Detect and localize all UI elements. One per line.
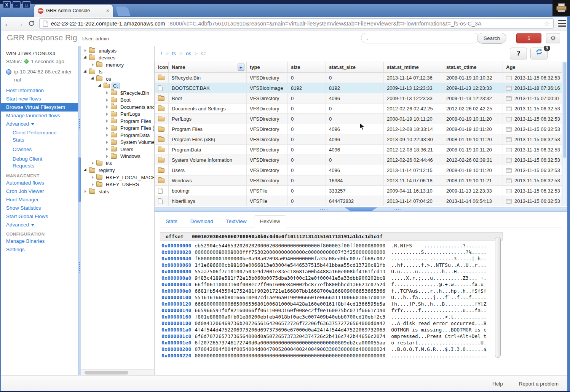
tab-hexview[interactable]: HexView — [254, 215, 286, 228]
tree-node-label[interactable]: HKEY_USERS — [104, 181, 141, 188]
tree-node-label[interactable]: $Recycle.Bin — [119, 90, 151, 96]
sidebar-splitter[interactable] — [78, 46, 81, 375]
settings-gear-button[interactable]: ⚙ — [546, 33, 560, 43]
tree-node-label[interactable]: devices — [97, 54, 117, 61]
cell-name[interactable]: System Volume Information — [169, 155, 247, 165]
column-header-type[interactable]: type — [247, 62, 288, 73]
tree-node-devices[interactable]: devices — [81, 54, 154, 62]
collapse-arrow-icon[interactable] — [83, 57, 88, 59]
file-row-recycle-bin[interactable]: $Recycle.BinVFSDirectory002013-11-14 07:… — [155, 73, 562, 83]
help-button[interactable]: ? — [510, 48, 527, 59]
tree-node-documents-and-settings[interactable]: Documents and Settings — [81, 104, 154, 111]
tree-node-fs[interactable]: fs — [81, 69, 154, 76]
expand-arrow-icon[interactable] — [104, 113, 110, 116]
tree-node-label[interactable]: Users — [119, 146, 135, 153]
sidebar-item-show-statistics[interactable]: Show Statistics — [0, 204, 78, 212]
column-header-icon[interactable]: Icon — [155, 62, 169, 73]
sidebar-item-hunt-manager[interactable]: Hunt Manager — [0, 196, 78, 204]
expand-arrow-icon[interactable] — [90, 183, 96, 186]
cell-name[interactable]: Documents and Settings — [169, 104, 247, 114]
tree-node-system-volume-information[interactable]: System Volume Information — [81, 139, 154, 146]
splitter-handle[interactable] — [345, 207, 377, 211]
splitter-grip-icon[interactable] — [319, 209, 329, 211]
tree-node-os[interactable]: os — [81, 75, 154, 83]
tree-node-programdata[interactable]: ProgramData — [81, 132, 154, 139]
report-problem-link[interactable]: Report a problem — [519, 381, 559, 387]
tree-node-label[interactable]: registry — [97, 167, 117, 174]
sidebar-item-advanced[interactable]: Advanced — [0, 120, 78, 128]
tree-node-windows[interactable]: Windows — [81, 153, 154, 160]
collapse-arrow-icon[interactable] — [90, 78, 96, 80]
tree-node-label[interactable]: fs — [97, 69, 104, 75]
sidebar-item-client-performance-stats[interactable]: Client Performance Stats — [0, 128, 68, 145]
tree-node-label[interactable]: memory — [104, 62, 125, 68]
sidebar-item-manage-launched-flows[interactable]: Manage launched flows — [0, 112, 78, 120]
window-maximize-button[interactable]: □ — [22, 1, 30, 8]
collapse-arrow-icon[interactable] — [97, 85, 103, 87]
cell-name[interactable]: Program Files — [169, 124, 247, 134]
horizontal-splitter[interactable] — [155, 207, 567, 212]
column-header-stat-st-ctime[interactable]: stat.st_ctime — [443, 62, 503, 73]
sidebar-item-advanced[interactable]: Advanced — [0, 221, 78, 229]
sidebar-item-settings[interactable]: Settings — [0, 245, 78, 254]
cell-name[interactable]: Boot — [169, 93, 247, 104]
tree-hscrollbar-thumb[interactable] — [85, 371, 128, 374]
tab-close-icon[interactable]: × — [106, 8, 109, 13]
tree-node-label[interactable]: Program Files — [119, 118, 153, 124]
table-vscrollbar-thumb[interactable] — [563, 62, 566, 158]
tree-node-registry[interactable]: registry — [81, 167, 154, 174]
tab-stats[interactable]: Stats — [160, 216, 183, 228]
cell-name[interactable]: Users — [169, 165, 247, 175]
sidebar-item-browse-virtual-filesystem[interactable]: Browse Virtual Filesystem — [0, 103, 78, 112]
breadcrumb-root[interactable]: / — [161, 51, 162, 56]
refresh-button[interactable]: 9 — [530, 48, 548, 59]
tree-node-recycle-bin[interactable]: $Recycle.Bin — [81, 89, 154, 97]
sidebar-item-start-new-flows[interactable]: Start new flows — [0, 95, 78, 103]
reload-button-icon[interactable] — [28, 20, 35, 27]
cell-name[interactable]: Windows — [169, 175, 247, 186]
file-row-hiberfil-sys[interactable]: hiberfil.sysVFSFile06444728322013-11-14 … — [155, 196, 562, 206]
file-row-program-files-x86[interactable]: Program Files (x86)VFSDirectory040962013… — [155, 134, 562, 145]
tree-node-hkey-users[interactable]: HKEY_USERS — [81, 181, 154, 188]
expand-arrow-icon[interactable] — [90, 63, 96, 66]
tree-node-label[interactable]: stats — [97, 188, 110, 195]
help-link[interactable]: Help — [492, 381, 503, 387]
back-button-icon[interactable]: ← — [4, 20, 11, 27]
expand-arrow-icon[interactable] — [83, 49, 88, 52]
expand-arrow-icon[interactable] — [104, 99, 110, 102]
breadcrumb-os[interactable]: os — [186, 51, 191, 56]
bookmark-star-icon[interactable]: ☆ — [544, 20, 550, 27]
sidebar-item-debug-client-requests[interactable]: Debug Client Requests — [0, 155, 68, 171]
file-row-bootmgr[interactable]: bootmgrVFSFile03332572009-04-11 16:13:10… — [155, 186, 562, 196]
cell-name[interactable]: bootmgr — [169, 186, 247, 196]
tree-node-c[interactable]: C: — [81, 83, 154, 90]
sidebar-item-start-global-flows[interactable]: Start Global Flows — [0, 212, 78, 221]
expand-arrow-icon[interactable] — [90, 162, 96, 165]
expand-arrow-icon[interactable] — [104, 91, 110, 94]
cell-name[interactable]: PerfLogs — [169, 114, 247, 124]
tree-node-program-files-x86[interactable]: Program Files (x86) — [81, 125, 154, 132]
tree-node-label[interactable]: Windows — [119, 153, 142, 159]
tab-textview[interactable]: TextView — [220, 216, 252, 228]
file-row-users[interactable]: UsersVFSDirectory040962013-11-14 07:12:1… — [155, 165, 562, 175]
file-row-documents-and-settings[interactable]: Documents and SettingsVFSDirectory002012… — [155, 104, 562, 114]
file-row-windows[interactable]: WindowsVFSDirectory0163842013-11-14 07:0… — [155, 175, 562, 186]
table-vscrollbar[interactable] — [562, 62, 567, 206]
file-row-bootsect-bak[interactable]: BOOTSECT.BAKVFSBlobImage819281922009-11-… — [155, 83, 562, 93]
sidebar-item-cron-job-viewer[interactable]: Cron Job Viewer — [0, 187, 78, 196]
collapse-arrow-icon[interactable] — [83, 71, 88, 73]
column-header-name[interactable]: Name▶ — [169, 62, 247, 73]
tree-node-tsk[interactable]: tsk — [81, 160, 154, 167]
sidebar-item-manage-binaries[interactable]: Manage Binaries — [0, 237, 78, 245]
tab-download[interactable]: Download — [185, 216, 219, 228]
window-close-button[interactable]: X — [3, 1, 11, 8]
sidebar-item-host-information[interactable]: Host Information — [0, 86, 78, 95]
browser-menu-icon[interactable] — [558, 20, 566, 27]
file-row-boot[interactable]: BootVFSDirectory040962009-11-13 12:23:33… — [155, 93, 562, 104]
tree-node-label[interactable]: Boot — [119, 97, 132, 103]
sidebar-item-crashes[interactable]: Crashes — [0, 145, 68, 154]
tree-node-label[interactable]: PerfLogs — [119, 111, 142, 117]
tree-node-memory[interactable]: memory — [81, 61, 154, 69]
expand-arrow-icon[interactable] — [104, 120, 110, 123]
cell-name[interactable]: $Recycle.Bin — [169, 73, 247, 83]
